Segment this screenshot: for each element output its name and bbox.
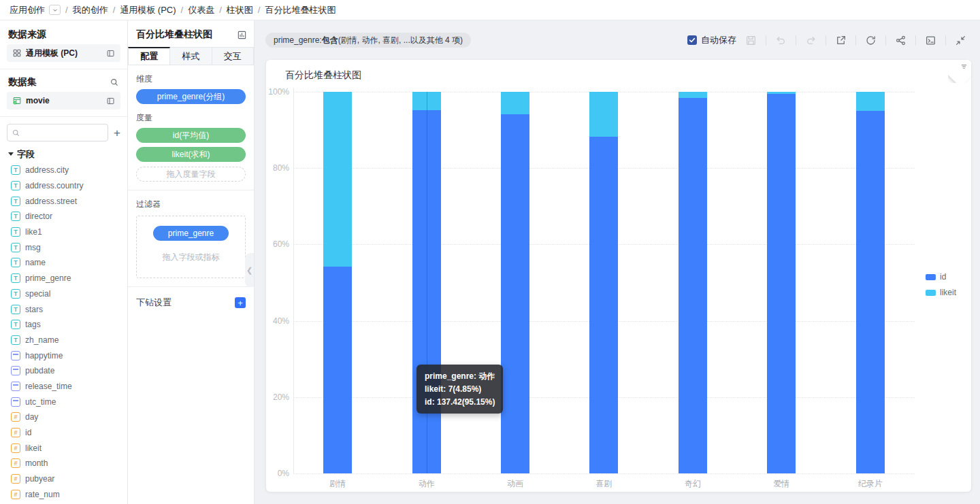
field-item-address.street[interactable]: Taddress.street [0,193,127,209]
bar-剧情[interactable] [323,92,352,473]
field-item-day[interactable]: #day [0,409,127,425]
measure-pill[interactable]: likeit(求和) [136,147,246,162]
dataset-item[interactable]: movie [7,92,120,110]
measure-pill[interactable]: id(平均值) [136,128,246,143]
field-item-happytime[interactable]: happytime [0,348,127,363]
bar-segment-id[interactable] [767,94,796,473]
breadcrumb-item-1[interactable]: 我的创作 [73,4,108,16]
breadcrumb-item-3[interactable]: 仪表盘 [188,4,214,16]
measure-drop-zone[interactable]: 拖入度量字段 [136,167,246,182]
filter-chip[interactable]: prime_genre:包含(剧情, 动作, 喜剧, ...以及其他 4 项) [265,33,471,48]
bar-segment-id[interactable] [323,267,352,473]
breadcrumb-separator: / [113,5,116,15]
field-label: address.street [25,197,77,206]
legend-item-id[interactable]: id [926,272,956,282]
autosave-checkbox[interactable] [687,35,697,45]
field-search-input[interactable] [7,124,108,141]
panel-switch-icon[interactable] [106,49,115,58]
bar-喜剧[interactable] [589,92,618,473]
bar-动画[interactable] [501,92,529,473]
bar-segment-likeit[interactable] [501,92,529,114]
export-icon[interactable] [835,35,847,46]
field-item-msg[interactable]: Tmsg [0,239,127,255]
filter-drop-zone[interactable]: prime_genre 拖入字段或指标 [136,216,246,278]
bar-column-奇幻 [649,92,737,473]
field-item-stars[interactable]: Tstars [0,301,127,317]
bar-纪录片[interactable] [856,92,885,473]
breadcrumb-item-2[interactable]: 通用模板 (PC) [120,4,176,16]
chart-type-switch-icon[interactable] [237,30,247,40]
field-item-special[interactable]: Tspecial [0,286,127,302]
bar-segment-likeit[interactable] [323,92,352,267]
share-icon[interactable] [895,35,906,46]
bar-segment-id[interactable] [501,114,529,473]
breadcrumb-item-0[interactable]: 应用创作 [10,4,45,16]
field-label: month [25,458,48,468]
breadcrumb-item-4[interactable]: 柱状图 [227,4,253,16]
x-axis-label-剧情: 剧情 [293,478,382,490]
autosave-toggle[interactable]: 自动保存 [687,34,736,46]
field-item-likeit[interactable]: #likeit [0,440,127,456]
gridline-0% [293,473,915,474]
console-icon[interactable] [925,35,936,46]
field-item-release_time[interactable]: release_time [0,379,127,394]
collapse-panel-handle[interactable]: ❮ [245,253,254,287]
field-label: prime_genre [25,273,71,283]
field-item-month[interactable]: #month [0,456,127,471]
filter-pill[interactable]: prime_genre [153,226,229,241]
chart-legend: idlikeit [926,272,956,297]
drill-settings-row: 下钻设置 + [136,297,246,309]
measure-pills: id(平均值)likeit(求和) [136,128,246,162]
config-panel: 百分比堆叠柱状图 配置样式交互 维度 prime_genre(分组) 度量 id… [128,20,255,504]
toolbar-separator [796,35,796,46]
chart-card[interactable]: 百分比堆叠柱状图 100%80%60%40%20%0% 剧情动作动画喜剧奇幻爱情… [266,60,971,492]
bar-奇幻[interactable] [679,92,707,473]
dimension-pill[interactable]: prime_genre(分组) [136,89,246,104]
config-header: 百分比堆叠柱状图 [128,29,254,41]
field-item-pubyear[interactable]: #pubyear [0,471,127,487]
field-item-address.country[interactable]: Taddress.country [0,178,127,194]
field-label: msg [25,243,41,252]
panel-switch-icon[interactable] [106,97,115,105]
field-label: id [25,428,31,437]
bar-爱情[interactable] [767,92,796,473]
chart-corner-fold[interactable] [948,60,971,83]
refresh-icon[interactable] [865,35,877,46]
bar-segment-likeit[interactable] [856,92,885,111]
tab-交互[interactable]: 交互 [212,47,254,65]
field-item-name[interactable]: Tname [0,255,127,271]
add-drill-button[interactable]: + [235,297,246,308]
collapse-icon[interactable] [955,35,966,46]
breadcrumb-item-5[interactable]: 百分比堆叠柱状图 [265,4,336,16]
bar-segment-id[interactable] [856,111,885,473]
field-item-rate_num[interactable]: #rate_num [0,486,127,502]
field-item-address.city[interactable]: Taddress.city [0,163,127,178]
x-axis-label-动作: 动作 [382,478,470,490]
bar-segment-likeit[interactable] [589,92,618,137]
add-field-button[interactable]: + [114,127,120,139]
dataset-search-icon[interactable] [110,78,119,87]
text-field-icon: T [11,320,20,329]
tab-样式[interactable]: 样式 [170,47,212,65]
field-item-id[interactable]: #id [0,425,127,441]
tab-配置[interactable]: 配置 [128,47,170,65]
number-field-icon: # [11,490,20,499]
legend-item-likeit[interactable]: likeit [926,288,956,297]
bar-segment-id[interactable] [679,98,707,473]
field-item-tags[interactable]: Ttags [0,317,127,333]
toolbar-separator [766,35,766,46]
config-tabs: 配置样式交互 [128,47,254,65]
dataset-heading: 数据集 [0,76,127,88]
field-item-utc_time[interactable]: utc_time [0,394,127,409]
field-item-like1[interactable]: Tlike1 [0,224,127,240]
fields-heading[interactable]: 字段 [8,148,119,160]
datasource-item[interactable]: 通用模板 (PC) [7,44,120,62]
breadcrumb-dropdown-icon[interactable] [49,5,61,15]
bar-segment-id[interactable] [589,137,618,473]
field-item-zh_name[interactable]: Tzh_name [0,333,127,348]
field-item-prime_genre[interactable]: Tprime_genre [0,271,127,286]
bar-segment-likeit[interactable] [679,92,707,98]
field-item-pubdate[interactable]: pubdate [0,363,127,379]
field-item-director[interactable]: Tdirector [0,209,127,224]
table-icon [12,96,22,105]
